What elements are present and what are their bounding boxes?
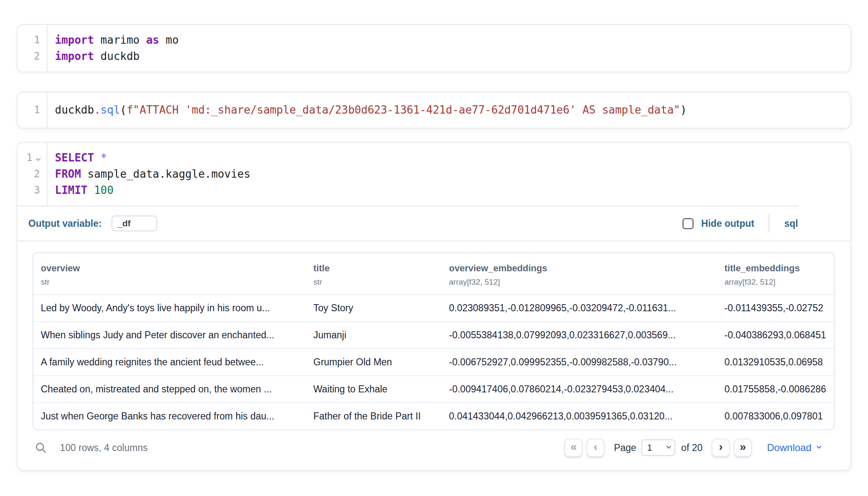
marimo-notebook: 12import marimo as moimport duckdb 1duck…: [17, 24, 851, 471]
code-cell-attach: 1duckdb.sql(f"ATTACH 'md:_share/sample_d…: [17, 92, 851, 129]
column-header[interactable]: overviewstr: [33, 253, 306, 294]
hide-output-label[interactable]: Hide output: [701, 218, 754, 229]
language-toggle-sql[interactable]: sql: [784, 218, 798, 229]
first-page-button[interactable]: «: [564, 439, 583, 457]
table-cell: -0.006752927,0.099952355,-0.009982588,-0…: [441, 349, 717, 375]
column-name: overview_embeddings: [449, 263, 709, 274]
sql-cell: 123SELECT *FROM sample_data.kaggle.movie…: [17, 142, 851, 471]
column-dtype: str: [313, 278, 434, 287]
output-variable-label: Output variable:: [28, 218, 102, 229]
table-row: Just when George Banks has recovered fro…: [33, 402, 834, 429]
previous-page-button[interactable]: ‹: [586, 439, 605, 457]
table-cell: -0.040386293,0.068451: [717, 322, 834, 348]
table-cell: Father of the Bride Part II: [306, 403, 441, 429]
column-dtype: str: [41, 278, 298, 287]
toolbar-separator: [769, 214, 769, 233]
table-cell: Cheated on, mistreated and stepped on, t…: [33, 376, 306, 402]
last-page-button[interactable]: »: [734, 439, 752, 457]
cell-output-area: overviewstrtitlestroverview_embeddingsar…: [17, 241, 851, 470]
table-cell: Toy Story: [306, 295, 441, 321]
line-number: 1: [17, 150, 40, 166]
code-cell-imports: 12import marimo as moimport duckdb: [17, 24, 851, 72]
code-lines: duckdb.sql(f"ATTACH 'md:_share/sample_da…: [47, 92, 851, 128]
line-number: 2: [17, 48, 40, 64]
table-cell: 0.007833006,0.097801: [717, 403, 834, 429]
line-number-gutter: 12: [17, 25, 47, 72]
next-page-button[interactable]: ›: [712, 439, 730, 457]
table-cell: 0.0132910535,0.06958: [717, 349, 834, 375]
line-number: 1: [17, 32, 40, 48]
line-number: 2: [17, 166, 40, 182]
code-line: import duckdb: [55, 48, 842, 64]
page-label: Page: [614, 442, 636, 454]
table-cell: Just when George Banks has recovered fro…: [33, 403, 306, 429]
code-line: FROM sample_data.kaggle.movies: [55, 166, 842, 182]
table-row: Cheated on, mistreated and stepped on, t…: [33, 375, 834, 402]
table-cell: A family wedding reignites the ancient f…: [33, 349, 306, 375]
code-lines: SELECT *FROM sample_data.kaggle.moviesLI…: [47, 143, 851, 206]
row-count-summary: 100 rows, 4 columns: [60, 442, 148, 454]
table-cell: Grumpier Old Men: [306, 349, 441, 375]
table-cell: 0.01755858,-0.0086286: [717, 376, 834, 402]
column-name: title: [313, 263, 434, 274]
download-button[interactable]: Download: [767, 442, 821, 454]
fold-chevron-icon[interactable]: [36, 156, 40, 161]
table-cell: 0.023089351,-0.012809965,-0.03209472,-0.…: [441, 295, 717, 321]
column-dtype: array[f32, 512]: [449, 278, 709, 287]
column-dtype: array[f32, 512]: [724, 278, 826, 287]
table-footer: 100 rows, 4 columns « ‹ Page 1 of 20 › »…: [32, 430, 835, 465]
hide-output-checkbox[interactable]: [682, 218, 694, 229]
chevron-down-icon: [816, 444, 821, 449]
line-number: 1: [17, 102, 40, 118]
download-label: Download: [767, 442, 811, 454]
table-cell: -0.0055384138,0.07992093,0.023316627,0.0…: [441, 322, 717, 348]
column-name: overview: [41, 263, 298, 274]
code-editor[interactable]: 12import marimo as moimport duckdb: [17, 25, 851, 72]
table-cell: Led by Woody, Andy's toys live happily i…: [33, 295, 306, 321]
column-header[interactable]: overview_embeddingsarray[f32, 512]: [441, 253, 717, 294]
table-row: When siblings Judy and Peter discover an…: [33, 321, 834, 348]
table-row: Led by Woody, Andy's toys live happily i…: [33, 294, 834, 321]
result-table: overviewstrtitlestroverview_embeddingsar…: [32, 252, 835, 430]
line-number-gutter: 123: [17, 143, 47, 206]
table-cell: Jumanji: [306, 322, 441, 348]
page-select-value: 1: [647, 442, 652, 453]
page-total-label: of 20: [681, 442, 702, 454]
line-number: 3: [17, 182, 40, 198]
sql-code-editor[interactable]: 123SELECT *FROM sample_data.kaggle.movie…: [17, 143, 851, 206]
table-row: A family wedding reignites the ancient f…: [33, 348, 834, 375]
code-line: SELECT *: [55, 150, 842, 166]
code-line: import marimo as mo: [55, 32, 842, 48]
page-select[interactable]: 1: [641, 439, 675, 456]
table-cell: Waiting to Exhale: [306, 376, 441, 402]
table-header-row: overviewstrtitlestroverview_embeddingsar…: [33, 253, 834, 294]
code-editor[interactable]: 1duckdb.sql(f"ATTACH 'md:_share/sample_d…: [17, 92, 851, 128]
output-variable-input[interactable]: [112, 216, 157, 231]
table-cell: -0.011439355,-0.02752: [717, 295, 834, 321]
column-header[interactable]: title_embeddingsarray[f32, 512]: [717, 253, 834, 294]
table-cell: When siblings Judy and Peter discover an…: [33, 322, 306, 348]
column-header[interactable]: titlestr: [306, 253, 441, 294]
code-line: LIMIT 100: [55, 182, 842, 198]
column-name: title_embeddings: [724, 263, 826, 274]
code-line: duckdb.sql(f"ATTACH 'md:_share/sample_da…: [55, 102, 842, 118]
table-cell: -0.009417406,0.07860214,-0.023279453,0.0…: [441, 376, 717, 402]
search-icon[interactable]: [35, 442, 47, 454]
sql-cell-toolbar: Output variable: Hide output sql: [17, 206, 851, 241]
chevron-down-icon: [666, 444, 671, 449]
line-number-gutter: 1: [17, 92, 47, 128]
code-lines: import marimo as moimport duckdb: [47, 25, 851, 72]
table-body: Led by Woody, Andy's toys live happily i…: [33, 294, 834, 429]
table-cell: 0.041433044,0.042966213,0.0039591365,0.0…: [441, 403, 717, 429]
